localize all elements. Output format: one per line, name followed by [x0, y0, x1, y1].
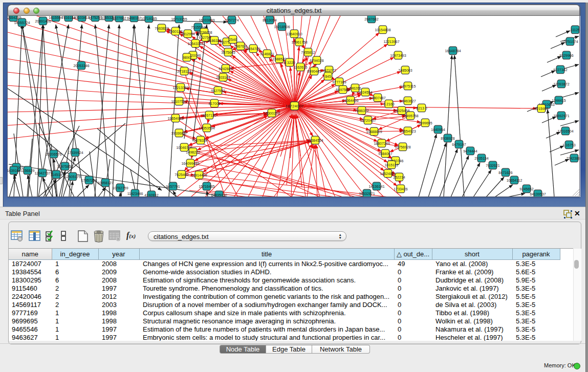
svg-text:9245652: 9245652: [519, 187, 533, 191]
svg-text:15751074: 15751074: [562, 40, 578, 43]
svg-text:8267130: 8267130: [202, 114, 216, 117]
svg-text:20891406: 20891406: [35, 19, 51, 23]
svg-text:6794028: 6794028: [310, 59, 323, 62]
svg-text:93103413: 93103413: [74, 16, 90, 19]
svg-text:1588520: 1588520: [272, 57, 286, 61]
svg-text:20053346: 20053346: [73, 64, 89, 68]
svg-text:10807487: 10807487: [369, 96, 385, 100]
svg-text:7632621: 7632621: [486, 164, 499, 167]
svg-text:9427552: 9427552: [211, 89, 225, 93]
svg-text:1621072: 1621072: [322, 69, 336, 72]
svg-text:15716485: 15716485: [199, 185, 214, 188]
svg-text:18807249: 18807249: [374, 142, 389, 145]
svg-text:7625402: 7625402: [175, 173, 188, 177]
svg-text:2935134: 2935134: [474, 157, 488, 160]
svg-text:252214: 252214: [393, 176, 405, 179]
svg-text:10543382: 10543382: [187, 42, 203, 46]
svg-text:18724007: 18724007: [286, 104, 304, 108]
svg-text:19654988: 19654988: [167, 117, 183, 120]
svg-text:8213 0: 8213 0: [416, 106, 427, 110]
svg-text:3024554: 3024554: [358, 91, 372, 94]
svg-text:17016504: 17016504: [557, 129, 573, 133]
svg-text:1244415: 1244415: [552, 99, 565, 102]
svg-text:10107552: 10107552: [171, 100, 187, 103]
svg-text:21364436: 21364436: [342, 99, 358, 102]
svg-text:7357274: 7357274: [225, 18, 238, 22]
svg-text:6497508: 6497508: [336, 88, 350, 92]
svg-text:6479197: 6479197: [452, 143, 466, 146]
svg-text:12213967: 12213967: [383, 40, 399, 43]
svg-text:8454749: 8454749: [246, 47, 260, 51]
svg-text:8 3220: 8 3220: [284, 61, 295, 64]
svg-text:746266: 746266: [349, 86, 361, 90]
svg-text:10961758: 10961758: [291, 40, 307, 44]
svg-text:164099489: 164099489: [181, 162, 199, 165]
svg-text:12093872: 12093872: [553, 82, 569, 86]
svg-text:8938928: 8938928: [441, 137, 454, 140]
svg-text:1162615: 1162615: [294, 65, 308, 69]
svg-text:1498222: 1498222: [186, 150, 200, 154]
svg-text:9242845: 9242845: [219, 67, 232, 71]
svg-text:13640910: 13640910: [286, 32, 302, 36]
svg-text:1640954: 1640954: [431, 128, 445, 132]
svg-text:14055724: 14055724: [14, 21, 30, 25]
svg-text:1439164: 1439164: [8, 169, 21, 172]
svg-text:1615594: 1615594: [49, 16, 62, 19]
svg-text:16713155: 16713155: [171, 17, 187, 21]
svg-text:14914409: 14914409: [191, 173, 207, 177]
svg-text:19166827: 19166827: [171, 132, 187, 135]
svg-text:29676 8: 29676 8: [234, 45, 247, 48]
svg-text:9777169: 9777169: [332, 80, 346, 84]
svg-text:9227342: 9227342: [553, 68, 567, 72]
svg-text:8990443: 8990443: [307, 70, 321, 73]
svg-text:10973493: 10973493: [390, 54, 406, 57]
svg-text:10719185: 10719185: [141, 17, 157, 20]
svg-text:72423884: 72423884: [566, 157, 580, 160]
svg-text:5878334: 5878334: [193, 139, 207, 142]
svg-text:2803144: 2803144: [216, 76, 230, 79]
svg-text:10975857: 10975857: [57, 165, 73, 168]
svg-text:11423446: 11423446: [127, 192, 143, 195]
svg-text:9384067: 9384067: [378, 152, 392, 156]
svg-text:114519: 114519: [51, 173, 62, 177]
svg-text:1 16753: 1 16753: [562, 143, 575, 147]
svg-text:2687682: 2687682: [364, 17, 378, 21]
svg-text:9146821: 9146821: [260, 52, 274, 56]
svg-text:9890: 9890: [183, 56, 191, 59]
svg-text:4192832: 4192832: [144, 193, 158, 197]
svg-text:9699695: 9699695: [418, 121, 432, 125]
svg-text:12505175: 12505175: [64, 175, 80, 179]
svg-text:2546: 2546: [229, 38, 237, 41]
svg-text:1327602: 1327602: [112, 16, 126, 20]
svg-text:12942737: 12942737: [34, 171, 50, 175]
svg-text:9474444: 9474444: [463, 149, 477, 153]
svg-text:14136141: 14136141: [368, 185, 384, 188]
svg-text:7986372: 7986372: [355, 109, 368, 113]
svg-text:20206576: 20206576: [46, 152, 61, 156]
svg-text:19384554: 19384554: [307, 139, 323, 142]
svg-text:3912954: 3912954: [181, 32, 194, 36]
svg-text:2718129: 2718129: [177, 70, 191, 73]
svg-text:7955812: 7955812: [301, 51, 315, 54]
svg-text:10782759: 10782759: [112, 186, 128, 190]
svg-text:8215958: 8215958: [534, 107, 548, 111]
svg-text:10756928: 10756928: [395, 145, 410, 149]
svg-text:16033809: 16033809: [199, 18, 214, 22]
svg-text:6475255: 6475255: [88, 16, 102, 19]
svg-text:16648784: 16648784: [445, 49, 461, 53]
svg-text:11125: 11125: [571, 28, 580, 32]
svg-text:3875645: 3875645: [221, 51, 235, 54]
svg-text:7485003: 7485003: [398, 69, 412, 72]
svg-text:15720407: 15720407: [360, 119, 376, 122]
svg-text:417006: 417006: [208, 102, 220, 105]
svg-text:845: 845: [325, 75, 331, 78]
svg-text:10688609: 10688609: [366, 130, 382, 134]
svg-text:10958127: 10958127: [97, 181, 113, 185]
svg-text:10654112: 10654112: [507, 179, 522, 182]
svg-text:19218506: 19218506: [274, 25, 290, 29]
svg-text:14353594: 14353594: [199, 126, 214, 130]
svg-text:19654923: 19654923: [400, 129, 416, 133]
svg-text:1733426: 1733426: [394, 187, 407, 191]
svg-text:12975115: 12975115: [400, 84, 416, 88]
svg-text:14495758: 14495758: [402, 114, 418, 118]
